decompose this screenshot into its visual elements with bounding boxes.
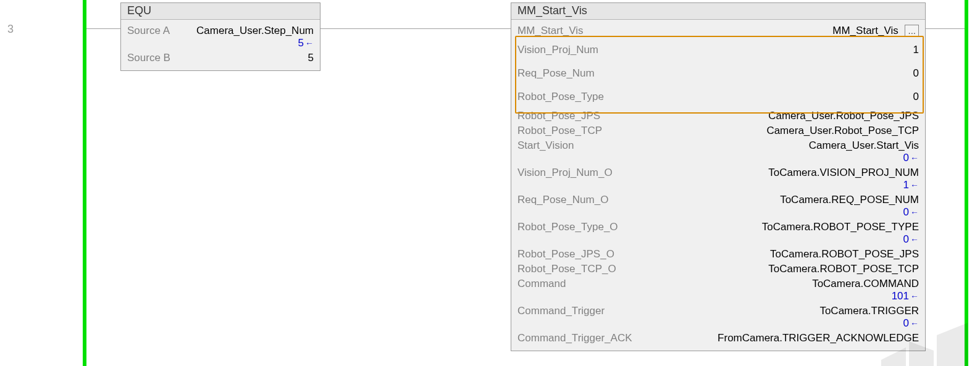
param-value: ToCamera.TRIGGER: [819, 305, 919, 317]
param-label: Source B: [127, 52, 170, 64]
equ-block-title: EQU: [121, 3, 320, 20]
live-value: 0: [903, 233, 909, 246]
rung-wire: [924, 28, 965, 29]
mmsv-row[interactable]: Req_Pose_Num_OToCamera.REQ_POSE_NUM: [517, 193, 919, 207]
param-value: ToCamera.ROBOT_POSE_TCP: [768, 263, 919, 275]
param-label: Command: [517, 278, 566, 290]
equ-instruction-block[interactable]: EQU Source A Camera_User.Step_Num 5 ← So…: [120, 2, 320, 71]
param-label: MM_Start_Vis: [517, 25, 583, 37]
param-label: Robot_Pose_Type_O: [517, 221, 618, 233]
param-value: Camera_User.Start_Vis: [809, 139, 919, 152]
svg-marker-2: [937, 323, 968, 366]
live-value: 0: [903, 152, 909, 164]
mmsv-row[interactable]: Robot_Pose_Type0: [517, 85, 919, 109]
param-value: Camera_User.Robot_Pose_JPS: [768, 110, 919, 122]
mmsv-row[interactable]: CommandToCamera.COMMAND: [517, 277, 919, 291]
mmsv-row[interactable]: Vision_Proj_Num_OToCamera.VISION_PROJ_NU…: [517, 165, 919, 180]
param-value: ToCamera.ROBOT_POSE_JPS: [770, 248, 919, 260]
arrow-left-icon: ←: [910, 207, 919, 217]
param-value: ToCamera.COMMAND: [812, 278, 919, 290]
param-value: 0: [913, 91, 919, 103]
param-label: Command_Trigger: [517, 305, 605, 317]
mmsv-row[interactable]: Robot_Pose_JPSCamera_User.Robot_Pose_JPS: [517, 109, 919, 123]
param-value: 1: [913, 44, 919, 56]
arrow-left-icon: ←: [305, 38, 314, 48]
mmsv-row-instance[interactable]: MM_Start_Vis MM_Start_Vis ...: [517, 23, 919, 38]
mmsv-row[interactable]: Command_Trigger_ACKFromCamera.TRIGGER_AC…: [517, 331, 919, 346]
param-label: Source A: [127, 25, 170, 37]
live-value: 1: [903, 179, 909, 191]
mmsv-row[interactable]: Robot_Pose_Type_OToCamera.ROBOT_POSE_TYP…: [517, 220, 919, 235]
param-value: 5: [308, 52, 314, 64]
power-rail-left: [83, 0, 86, 366]
live-value: 101: [892, 290, 909, 302]
equ-row-source-b[interactable]: Source B 5: [127, 51, 314, 65]
mmsv-row[interactable]: Robot_Pose_JPS_OToCamera.ROBOT_POSE_JPS: [517, 247, 919, 262]
param-label: Req_Pose_Num_O: [517, 194, 608, 206]
mmsv-row[interactable]: Req_Pose_Num0: [517, 62, 919, 85]
param-value: Camera_User.Step_Num: [196, 25, 314, 37]
mmsv-row[interactable]: Command_TriggerToCamera.TRIGGER: [517, 304, 919, 318]
param-label: Vision_Proj_Num_O: [517, 167, 613, 179]
param-label: Robot_Pose_TCP: [517, 125, 602, 137]
param-label: Vision_Proj_Num: [517, 44, 598, 56]
mmsv-row[interactable]: Robot_Pose_TCPCamera_User.Robot_Pose_TCP: [517, 123, 919, 138]
live-value-row: 0←: [517, 317, 919, 330]
param-label: Robot_Pose_Type: [517, 91, 604, 103]
rung-wire: [86, 28, 120, 29]
mmsv-row[interactable]: Robot_Pose_TCP_OToCamera.ROBOT_POSE_TCP: [517, 262, 919, 277]
param-value: FromCamera.TRIGGER_ACKNOWLEDGE: [718, 332, 919, 344]
rung-number: 3: [7, 23, 14, 36]
live-value-row: 0←: [517, 206, 919, 218]
param-label: Command_Trigger_ACK: [517, 332, 632, 344]
more-button[interactable]: ...: [905, 25, 919, 37]
equ-row-source-a[interactable]: Source A Camera_User.Step_Num: [127, 23, 314, 38]
param-label: Robot_Pose_TCP_O: [517, 263, 616, 275]
live-value-row: 0←: [517, 233, 919, 246]
mmsv-row[interactable]: Vision_Proj_Num1: [517, 38, 919, 62]
param-label: Start_Vision: [517, 139, 574, 152]
live-value-row: 0←: [517, 152, 919, 164]
mmsv-block-body: MM_Start_Vis MM_Start_Vis ... Vision_Pro…: [511, 20, 925, 351]
param-value: ToCamera.ROBOT_POSE_TYPE: [762, 221, 919, 233]
param-value: MM_Start_Vis: [832, 25, 898, 36]
mm-start-vis-instruction-block[interactable]: MM_Start_Vis MM_Start_Vis MM_Start_Vis .…: [511, 2, 926, 351]
rung-wire: [319, 28, 511, 29]
mmsv-row[interactable]: Start_VisionCamera_User.Start_Vis: [517, 138, 919, 153]
equ-block-body: Source A Camera_User.Step_Num 5 ← Source…: [121, 20, 320, 70]
arrow-left-icon: ←: [910, 153, 919, 163]
live-value-row: 1←: [517, 179, 919, 191]
equ-source-a-live: 5 ←: [127, 37, 314, 49]
live-value: 5: [298, 37, 304, 49]
param-label: Req_Pose_Num: [517, 67, 595, 80]
live-value: 0: [903, 206, 909, 218]
param-label: Robot_Pose_JPS_O: [517, 248, 614, 260]
mmsv-block-title: MM_Start_Vis: [511, 3, 925, 20]
power-rail-right: [965, 0, 968, 366]
arrow-left-icon: ←: [910, 318, 919, 328]
live-value: 0: [903, 317, 909, 330]
param-value: ToCamera.REQ_POSE_NUM: [780, 194, 919, 206]
ladder-canvas: 3 EQU Source A Camera_User.Step_Num 5 ← …: [0, 0, 980, 366]
param-value: ToCamera.VISION_PROJ_NUM: [768, 167, 919, 179]
arrow-left-icon: ←: [910, 291, 919, 301]
param-label: Robot_Pose_JPS: [517, 110, 600, 122]
arrow-left-icon: ←: [910, 235, 919, 244]
param-value: 0: [913, 67, 919, 80]
param-value: Camera_User.Robot_Pose_TCP: [766, 125, 919, 137]
arrow-left-icon: ←: [910, 180, 919, 190]
live-value-row: 101←: [517, 290, 919, 302]
